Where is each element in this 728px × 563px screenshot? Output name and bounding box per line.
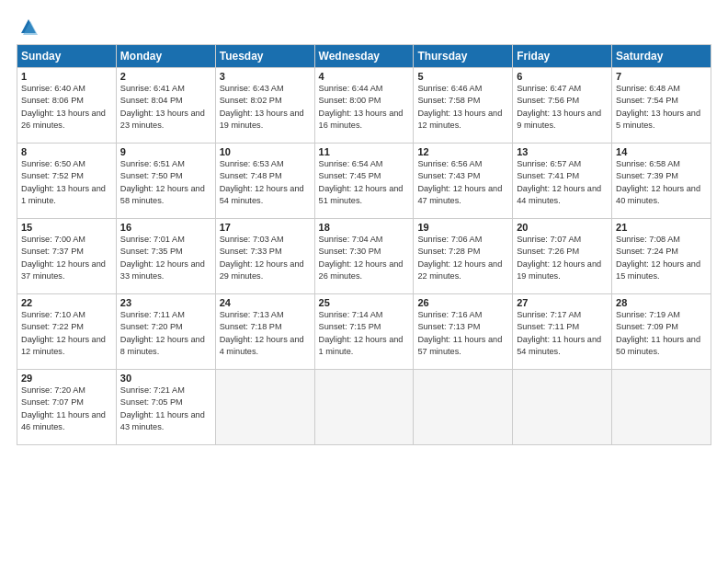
weekday-header-row: SundayMondayTuesdayWednesdayThursdayFrid… [17, 45, 711, 68]
weekday-header: Tuesday [215, 45, 314, 68]
day-number: 2 [120, 71, 211, 82]
day-number: 18 [319, 222, 410, 233]
day-number: 26 [417, 297, 508, 308]
day-number: 29 [21, 373, 112, 384]
calendar-day-cell: 8 Sunrise: 6:50 AMSunset: 7:52 PMDayligh… [17, 144, 117, 219]
day-number: 25 [319, 297, 410, 308]
calendar-day-cell [314, 370, 414, 445]
calendar-day-cell: 25 Sunrise: 7:14 AMSunset: 7:15 PMDaylig… [314, 294, 414, 370]
calendar-day-cell: 4 Sunrise: 6:44 AMSunset: 8:00 PMDayligh… [314, 68, 414, 144]
calendar-day-cell: 15 Sunrise: 7:00 AMSunset: 7:37 PMDaylig… [17, 219, 117, 294]
calendar-day-cell: 30 Sunrise: 7:21 AMSunset: 7:05 PMDaylig… [116, 370, 215, 445]
day-info: Sunrise: 7:14 AMSunset: 7:15 PMDaylight:… [319, 309, 410, 358]
page: SundayMondayTuesdayWednesdayThursdayFrid… [0, 0, 728, 563]
day-info: Sunrise: 7:07 AMSunset: 7:26 PMDaylight:… [517, 234, 608, 282]
day-number: 16 [120, 222, 211, 233]
day-info: Sunrise: 6:43 AMSunset: 8:02 PMDaylight:… [220, 83, 311, 132]
day-info: Sunrise: 7:06 AMSunset: 7:28 PMDaylight:… [417, 234, 508, 282]
calendar-day-cell: 20 Sunrise: 7:07 AMSunset: 7:26 PMDaylig… [513, 219, 612, 294]
calendar-day-cell: 16 Sunrise: 7:01 AMSunset: 7:35 PMDaylig… [116, 219, 215, 294]
day-info: Sunrise: 7:20 AMSunset: 7:07 PMDaylight:… [21, 385, 112, 433]
day-number: 8 [21, 146, 112, 157]
calendar-day-cell: 23 Sunrise: 7:11 AMSunset: 7:20 PMDaylig… [116, 294, 215, 370]
day-number: 14 [616, 146, 707, 157]
day-number: 20 [517, 222, 608, 233]
calendar-day-cell: 2 Sunrise: 6:41 AMSunset: 8:04 PMDayligh… [116, 68, 215, 144]
day-info: Sunrise: 6:40 AMSunset: 8:06 PMDaylight:… [21, 83, 112, 132]
day-info: Sunrise: 6:53 AMSunset: 7:48 PMDaylight:… [220, 158, 311, 207]
day-info: Sunrise: 6:51 AMSunset: 7:50 PMDaylight:… [120, 158, 211, 207]
day-info: Sunrise: 7:11 AMSunset: 7:20 PMDaylight:… [120, 309, 211, 358]
calendar-day-cell: 24 Sunrise: 7:13 AMSunset: 7:18 PMDaylig… [215, 294, 314, 370]
calendar-day-cell: 21 Sunrise: 7:08 AMSunset: 7:24 PMDaylig… [612, 219, 711, 294]
day-info: Sunrise: 6:57 AMSunset: 7:41 PMDaylight:… [517, 158, 608, 207]
day-number: 11 [319, 146, 410, 157]
day-number: 23 [120, 297, 211, 308]
calendar-day-cell: 27 Sunrise: 7:17 AMSunset: 7:11 PMDaylig… [513, 294, 612, 370]
day-number: 1 [21, 71, 112, 82]
day-info: Sunrise: 7:10 AMSunset: 7:22 PMDaylight:… [21, 309, 112, 358]
calendar-day-cell: 18 Sunrise: 7:04 AMSunset: 7:30 PMDaylig… [314, 219, 414, 294]
calendar-day-cell: 12 Sunrise: 6:56 AMSunset: 7:43 PMDaylig… [414, 144, 513, 219]
calendar-day-cell: 3 Sunrise: 6:43 AMSunset: 8:02 PMDayligh… [215, 68, 314, 144]
calendar-day-cell [215, 370, 314, 445]
calendar-day-cell: 19 Sunrise: 7:06 AMSunset: 7:28 PMDaylig… [414, 219, 513, 294]
day-info: Sunrise: 6:44 AMSunset: 8:00 PMDaylight:… [319, 83, 410, 132]
day-number: 24 [220, 297, 311, 308]
weekday-header: Saturday [612, 45, 711, 68]
day-number: 12 [417, 146, 508, 157]
day-info: Sunrise: 7:08 AMSunset: 7:24 PMDaylight:… [616, 234, 707, 282]
day-info: Sunrise: 6:54 AMSunset: 7:45 PMDaylight:… [319, 158, 410, 207]
day-number: 28 [616, 297, 707, 308]
day-info: Sunrise: 7:03 AMSunset: 7:33 PMDaylight:… [220, 234, 311, 282]
day-info: Sunrise: 7:19 AMSunset: 7:09 PMDaylight:… [616, 309, 707, 358]
calendar-day-cell: 29 Sunrise: 7:20 AMSunset: 7:07 PMDaylig… [17, 370, 117, 445]
calendar-day-cell: 22 Sunrise: 7:10 AMSunset: 7:22 PMDaylig… [17, 294, 117, 370]
weekday-header: Friday [513, 45, 612, 68]
calendar-week-row: 29 Sunrise: 7:20 AMSunset: 7:07 PMDaylig… [17, 370, 711, 445]
calendar-day-cell: 14 Sunrise: 6:58 AMSunset: 7:39 PMDaylig… [612, 144, 711, 219]
day-number: 9 [120, 146, 211, 157]
calendar-week-row: 8 Sunrise: 6:50 AMSunset: 7:52 PMDayligh… [17, 144, 711, 219]
day-info: Sunrise: 6:46 AMSunset: 7:58 PMDaylight:… [417, 83, 508, 132]
calendar-day-cell [513, 370, 612, 445]
day-info: Sunrise: 6:56 AMSunset: 7:43 PMDaylight:… [417, 158, 508, 207]
logo-icon [18, 17, 39, 37]
calendar-day-cell: 1 Sunrise: 6:40 AMSunset: 8:06 PMDayligh… [17, 68, 117, 144]
weekday-header: Monday [116, 45, 215, 68]
day-info: Sunrise: 7:13 AMSunset: 7:18 PMDaylight:… [220, 309, 311, 358]
header [17, 17, 711, 37]
day-number: 30 [120, 373, 211, 384]
logo [17, 17, 39, 37]
calendar-day-cell [612, 370, 711, 445]
day-info: Sunrise: 6:48 AMSunset: 7:54 PMDaylight:… [616, 83, 707, 132]
day-info: Sunrise: 7:21 AMSunset: 7:05 PMDaylight:… [120, 385, 211, 433]
day-number: 3 [220, 71, 311, 82]
day-number: 21 [616, 222, 707, 233]
calendar-day-cell: 17 Sunrise: 7:03 AMSunset: 7:33 PMDaylig… [215, 219, 314, 294]
day-number: 7 [616, 71, 707, 82]
calendar-day-cell: 9 Sunrise: 6:51 AMSunset: 7:50 PMDayligh… [116, 144, 215, 219]
day-info: Sunrise: 7:16 AMSunset: 7:13 PMDaylight:… [417, 309, 508, 358]
calendar-day-cell: 13 Sunrise: 6:57 AMSunset: 7:41 PMDaylig… [513, 144, 612, 219]
day-info: Sunrise: 6:41 AMSunset: 8:04 PMDaylight:… [120, 83, 211, 132]
day-number: 19 [417, 222, 508, 233]
day-number: 4 [319, 71, 410, 82]
weekday-header: Thursday [414, 45, 513, 68]
day-number: 22 [21, 297, 112, 308]
calendar-week-row: 1 Sunrise: 6:40 AMSunset: 8:06 PMDayligh… [17, 68, 711, 144]
day-info: Sunrise: 7:00 AMSunset: 7:37 PMDaylight:… [21, 234, 112, 282]
calendar-day-cell: 26 Sunrise: 7:16 AMSunset: 7:13 PMDaylig… [414, 294, 513, 370]
day-info: Sunrise: 6:50 AMSunset: 7:52 PMDaylight:… [21, 158, 112, 207]
day-number: 13 [517, 146, 608, 157]
calendar-day-cell: 11 Sunrise: 6:54 AMSunset: 7:45 PMDaylig… [314, 144, 414, 219]
day-number: 15 [21, 222, 112, 233]
weekday-header: Sunday [17, 45, 117, 68]
calendar-day-cell: 6 Sunrise: 6:47 AMSunset: 7:56 PMDayligh… [513, 68, 612, 144]
calendar-week-row: 15 Sunrise: 7:00 AMSunset: 7:37 PMDaylig… [17, 219, 711, 294]
calendar-day-cell: 10 Sunrise: 6:53 AMSunset: 7:48 PMDaylig… [215, 144, 314, 219]
day-number: 27 [517, 297, 608, 308]
day-info: Sunrise: 6:58 AMSunset: 7:39 PMDaylight:… [616, 158, 707, 207]
calendar-day-cell: 7 Sunrise: 6:48 AMSunset: 7:54 PMDayligh… [612, 68, 711, 144]
calendar-table: SundayMondayTuesdayWednesdayThursdayFrid… [17, 44, 711, 445]
